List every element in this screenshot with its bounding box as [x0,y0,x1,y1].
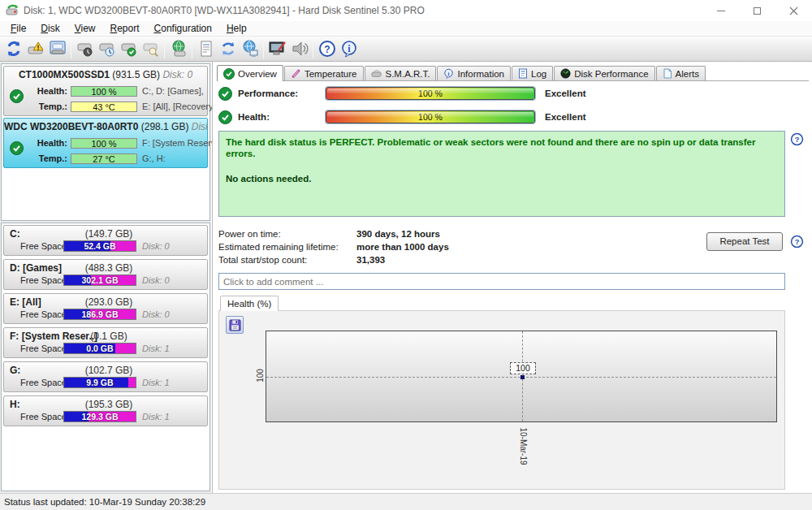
status-action-text: No actions needed. [226,173,778,184]
y-axis-tick: 100 [256,364,265,388]
tab-label: Temperature [304,69,357,79]
free-space-bar: 52.4 GB [63,240,136,252]
partition-disk-number: Disk: 0 [142,309,170,319]
partition-list: C:(149.7 GB) Free Space 52.4 GB Disk: 0 … [1,223,210,491]
temp-label: Temp.: [27,102,67,111]
partition-card-c[interactable]: C:(149.7 GB) Free Space 52.4 GB Disk: 0 [3,225,208,256]
partition-card-d[interactable]: D: [Games](488.3 GB) Free Space 302.1 GB… [3,259,208,290]
free-space-label: Free Space [20,309,67,319]
partition-label: H: [10,399,20,410]
performance-gauge-icon [560,68,571,79]
tab-disk-performance[interactable]: Disk Performance [554,66,654,80]
menu-configuration[interactable]: Configuration [147,22,219,35]
free-space-bar: 129.3 GB [63,411,136,422]
health-data-point[interactable] [520,375,525,379]
health-label: Health: [27,138,67,148]
help-icon[interactable]: ? [316,38,338,60]
tab-temperature[interactable]: Temperature [284,66,364,80]
overview-check-icon [223,68,235,80]
disk-name: CT1000MX500SSD1 [19,69,110,80]
partition-disk-number: Disk: 1 [142,344,170,353]
menu-help[interactable]: Help [219,22,254,35]
disk-monitor-icon[interactable] [46,38,68,60]
monitor-pen-icon[interactable] [266,38,288,60]
menu-file[interactable]: File [3,22,33,35]
health-chart-plot: 100 100 10-Mar-19 [266,331,777,422]
tab-alerts[interactable]: Alerts [656,66,706,80]
menu-disk[interactable]: Disk [33,22,67,35]
disk-clock-icon[interactable] [96,38,118,60]
disk-search-icon[interactable] [140,38,162,60]
globe-disk-icon[interactable] [167,38,189,60]
svg-text:?: ? [795,136,800,144]
report-icon[interactable] [195,38,217,60]
partition-card-e[interactable]: E: [All](293.0 GB) Free Space 186.9 GB D… [3,293,208,324]
maximize-button[interactable] [739,0,775,21]
comment-input[interactable] [218,273,785,290]
minimize-button[interactable] [702,0,739,21]
disk-name: WDC WD3200BEVT-80A0RT0 [4,121,138,132]
disk-size: (931.5 GB) [112,69,160,80]
svg-text:?: ? [324,44,330,55]
free-space-bar: 9.9 GB [63,377,136,388]
partition-card-f[interactable]: F: [System Reser..](0.1 GB) Free Space 0… [3,327,208,358]
disk-volumes: E: [All], [Recovery [142,102,212,111]
disk-check-icon[interactable] [118,38,140,60]
status-bar-text: Status last updated: 10-Mar-19 Sunday 20… [4,497,205,507]
free-space-value: 0.0 GB [64,344,136,354]
partition-size: (195.3 GB) [51,399,166,410]
info-row-power-on: Power on time: 390 days, 12 hours [218,227,449,240]
performance-check-icon [218,87,232,101]
free-space-label: Free Space [20,378,67,387]
free-space-label: Free Space [20,241,67,251]
save-chart-button[interactable] [226,316,244,334]
lifetime-value: more than 1000 days [356,242,449,252]
disk-info-rows: Power on time: 390 days, 12 hours Estima… [218,227,449,266]
speaker-icon[interactable] [288,38,310,60]
disk-card-0[interactable]: CT1000MX500SSD1 (931.5 GB) Disk: 0 Healt… [3,66,208,116]
close-button[interactable] [775,0,812,21]
power-on-label: Power on time: [218,229,356,239]
info-icon[interactable]: i [338,38,360,60]
partition-label: G: [10,365,20,376]
temp-bar: 43 °C [71,102,137,112]
tab-information[interactable]: i Information [437,66,511,80]
tab-overview[interactable]: Overview [217,65,283,81]
disk-title: WDC WD3200BEVT-80A0RT0 (298.1 GB) Disk: … [4,119,207,132]
partition-card-g[interactable]: G:(102.7 GB) Free Space 9.9 GB Disk: 1 [3,361,208,392]
tab-label: Log [531,69,546,79]
toolbar-separator [71,39,71,58]
sidebar: CT1000MX500SSD1 (931.5 GB) Disk: 0 Healt… [0,62,211,493]
partition-size: (102.7 GB) [51,365,166,376]
tab-log[interactable]: Log [512,66,553,80]
tab-smart[interactable]: S.M.A.R.T. [365,66,437,80]
sync-icon[interactable] [217,38,239,60]
temp-bar: 27 °C [71,153,137,164]
disk-card-1-selected[interactable]: WDC WD3200BEVT-80A0RT0 (298.1 GB) Disk: … [3,118,208,168]
disk-warning-icon[interactable] [24,38,46,60]
disk-status-textbox: The hard disk status is PERFECT. Problem… [218,131,785,217]
performance-rating: Excellent [545,89,586,98]
network-icon[interactable] [239,38,261,60]
disk-number: Disk: 1 [192,121,207,132]
menu-view[interactable]: View [67,22,103,35]
status-help-icon[interactable]: ? [790,132,804,146]
refresh-icon[interactable] [2,38,24,60]
partition-disk-number: Disk: 1 [142,378,170,387]
repeat-test-button[interactable]: Repeat Test [706,232,783,251]
chart-tab-health[interactable]: Health (%) [220,296,279,311]
log-document-icon [518,68,528,79]
disk-size: (298.1 GB) [141,121,189,132]
tab-label: S.M.A.R.T. [386,69,430,79]
disk-clock-dark-icon[interactable] [74,38,96,60]
repeat-test-help-icon[interactable]: ? [790,235,804,249]
free-space-value: 52.4 GB [64,241,136,252]
toolbar: ? i [0,36,812,62]
lifetime-label: Estimated remaining lifetime: [218,242,356,252]
disk-volumes: G:, H: [142,153,212,163]
partition-card-h[interactable]: H:(195.3 GB) Free Space 129.3 GB Disk: 1 [3,395,208,426]
partition-disk-number: Disk: 1 [142,412,170,421]
disk-volumes: F: [System Reserve [142,138,212,148]
tab-bar: Overview Temperature S.M.A.R.T. i Inform… [217,65,809,81]
menu-report[interactable]: Report [103,22,147,35]
